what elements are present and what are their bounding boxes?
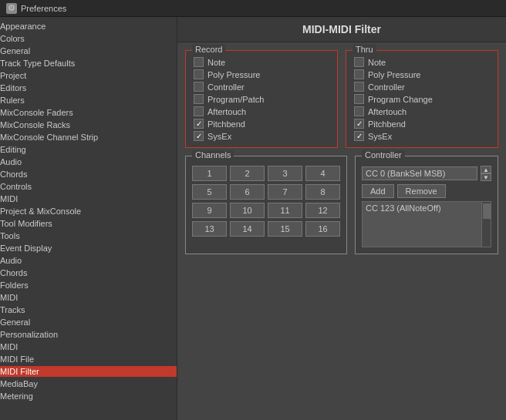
channel-btn-13[interactable]: 13 <box>192 221 227 237</box>
filter-item-rec-pitchbend: Pitchbend <box>194 119 329 129</box>
checkbox-thru-poly-pressure[interactable] <box>354 69 364 79</box>
sidebar-item-mixconsole-faders[interactable]: MixConsole Faders <box>0 106 177 119</box>
controller-list-scrollbar-thumb <box>483 203 491 219</box>
checkbox-rec-note[interactable] <box>194 57 204 67</box>
remove-button[interactable]: Remove <box>397 184 446 198</box>
sidebar-item-mixconsole-channel-strip[interactable]: MixConsole Channel Strip <box>0 131 177 143</box>
channel-btn-10[interactable]: 10 <box>230 203 265 218</box>
checkbox-label-thru-aftertouch: Aftertouch <box>368 107 406 116</box>
sidebar-item-metering[interactable]: Metering <box>0 390 177 402</box>
channel-btn-16[interactable]: 16 <box>305 221 340 237</box>
scroll-down-arrow[interactable]: ▼ <box>481 173 491 181</box>
filter-item-rec-controller: Controller <box>194 82 329 92</box>
sidebar-item-tools[interactable]: Tools <box>0 230 177 242</box>
channel-btn-15[interactable]: 15 <box>268 221 302 237</box>
sidebar-item-project-mixconsole[interactable]: Project & MixConsole <box>0 205 177 217</box>
checkbox-rec-poly-pressure[interactable] <box>194 69 204 79</box>
sidebar-item-general[interactable]: General <box>0 45 177 57</box>
channel-grid: 12345678910111213141516 <box>192 166 340 237</box>
scroll-up-arrow[interactable]: ▲ <box>481 166 491 173</box>
record-group: Record NotePoly PressureControllerProgra… <box>185 50 338 148</box>
sidebar-item-label-project: Project <box>0 70 177 81</box>
channel-btn-2[interactable]: 2 <box>230 166 265 181</box>
checkbox-rec-controller[interactable] <box>194 82 204 92</box>
sidebar-item-editing[interactable]: Editing <box>0 143 177 156</box>
filter-item-rec-poly-pressure: Poly Pressure <box>194 69 329 79</box>
sidebar-item-label-personalization: Personalization <box>0 329 177 340</box>
sidebar-item-midi-top[interactable]: MIDI <box>0 341 177 353</box>
sidebar-item-audio[interactable]: Audio <box>0 156 177 168</box>
sidebar-item-mediabay[interactable]: MediaBay <box>0 378 177 390</box>
sidebar-item-appearance[interactable]: Appearance <box>0 20 177 32</box>
sidebar-item-midi-filter[interactable]: MIDI Filter <box>0 365 177 378</box>
sidebar-item-track-type-defaults[interactable]: Track Type Defaults <box>0 57 177 69</box>
sidebar-item-label-metering: Metering <box>0 391 177 402</box>
sidebar-item-colors[interactable]: Colors <box>0 32 177 45</box>
sidebar-item-event-midi[interactable]: MIDI <box>0 291 177 304</box>
sidebar-item-folders[interactable]: Folders <box>0 279 177 291</box>
checkbox-thru-controller[interactable] <box>354 82 364 92</box>
controller-select[interactable]: CC 0 (BankSel MSB) <box>362 166 477 180</box>
sidebar-item-label-folders: Folders <box>0 280 177 291</box>
sidebar-item-mixconsole-racks[interactable]: MixConsole Racks <box>0 119 177 131</box>
sidebar-item-rulers[interactable]: Rulers <box>0 94 177 106</box>
sidebar-item-label-tracks: Tracks <box>0 304 177 315</box>
filter-item-thru-note: Note <box>354 57 490 67</box>
sidebar-item-midi[interactable]: MIDI <box>0 193 177 205</box>
channel-btn-4[interactable]: 4 <box>305 166 340 181</box>
checkbox-thru-note[interactable] <box>354 57 364 67</box>
content-title: MIDI-MIDI Filter <box>177 17 506 42</box>
sidebar-item-general-top[interactable]: General <box>0 316 177 328</box>
checkbox-rec-program-patch[interactable] <box>194 94 204 104</box>
sidebar-item-label-mixconsole-faders: MixConsole Faders <box>0 107 177 118</box>
filter-item-rec-sysex: SysEx <box>194 131 329 141</box>
checkbox-label-rec-note: Note <box>207 58 225 67</box>
channel-btn-11[interactable]: 11 <box>268 203 302 218</box>
checkbox-rec-pitchbend[interactable] <box>194 119 204 129</box>
sidebar-item-label-general: General <box>0 45 177 56</box>
channel-btn-3[interactable]: 3 <box>268 166 302 181</box>
checkbox-rec-aftertouch[interactable] <box>194 106 204 116</box>
channel-btn-12[interactable]: 12 <box>305 203 340 218</box>
checkbox-thru-aftertouch[interactable] <box>354 106 364 116</box>
sidebar-item-editors[interactable]: Editors <box>0 82 177 94</box>
channel-btn-14[interactable]: 14 <box>230 221 265 237</box>
channel-btn-6[interactable]: 6 <box>230 184 265 200</box>
checkbox-label-thru-program-change: Program Change <box>368 95 433 104</box>
sidebar-item-midi-file[interactable]: MIDI File <box>0 353 177 365</box>
channel-btn-5[interactable]: 5 <box>192 184 227 200</box>
sidebar-item-label-track-type-defaults: Track Type Defaults <box>0 58 177 69</box>
controller-title: Controller <box>362 150 405 160</box>
sidebar-item-event-display[interactable]: Event Display <box>0 242 177 254</box>
channel-btn-7[interactable]: 7 <box>268 184 302 200</box>
checkbox-label-thru-poly-pressure: Poly Pressure <box>368 70 420 79</box>
channel-btn-1[interactable]: 1 <box>192 166 227 181</box>
sidebar-item-event-chords[interactable]: Chords <box>0 267 177 279</box>
sidebar-item-label-midi: MIDI <box>0 193 177 204</box>
sidebar-item-label-tools: Tools <box>0 230 177 241</box>
sidebar-item-personalization[interactable]: Personalization <box>0 328 177 341</box>
checkbox-label-rec-controller: Controller <box>207 82 245 92</box>
record-group-title: Record <box>192 45 225 54</box>
sidebar-item-label-editing: Editing <box>0 144 177 155</box>
controller-list[interactable]: CC 123 (AllNoteOff) <box>362 201 491 247</box>
sidebar-item-chords[interactable]: Chords <box>0 168 177 180</box>
sidebar-item-event-audio[interactable]: Audio <box>0 254 177 267</box>
add-button[interactable]: Add <box>362 184 394 198</box>
sidebar-item-tool-modifiers[interactable]: Tool Modifiers <box>0 217 177 230</box>
checkbox-thru-pitchbend[interactable] <box>354 119 364 129</box>
sidebar-item-label-colors: Colors <box>0 33 177 44</box>
channel-btn-9[interactable]: 9 <box>192 203 227 218</box>
sidebar-item-project[interactable]: Project <box>0 69 177 82</box>
filter-item-thru-program-change: Program Change <box>354 94 490 104</box>
filter-item-thru-poly-pressure: Poly Pressure <box>354 69 490 79</box>
checkbox-label-thru-sysex: SysEx <box>368 132 392 141</box>
checkbox-rec-sysex[interactable] <box>194 131 204 141</box>
checkbox-thru-program-change[interactable] <box>354 94 364 104</box>
checkbox-thru-sysex[interactable] <box>354 131 364 141</box>
channel-btn-8[interactable]: 8 <box>305 184 340 200</box>
filter-item-rec-program-patch: Program/Patch <box>194 94 329 104</box>
controller-list-scrollbar[interactable] <box>481 202 491 247</box>
sidebar-item-tracks[interactable]: Tracks <box>0 304 177 316</box>
sidebar-item-controls[interactable]: Controls <box>0 180 177 193</box>
